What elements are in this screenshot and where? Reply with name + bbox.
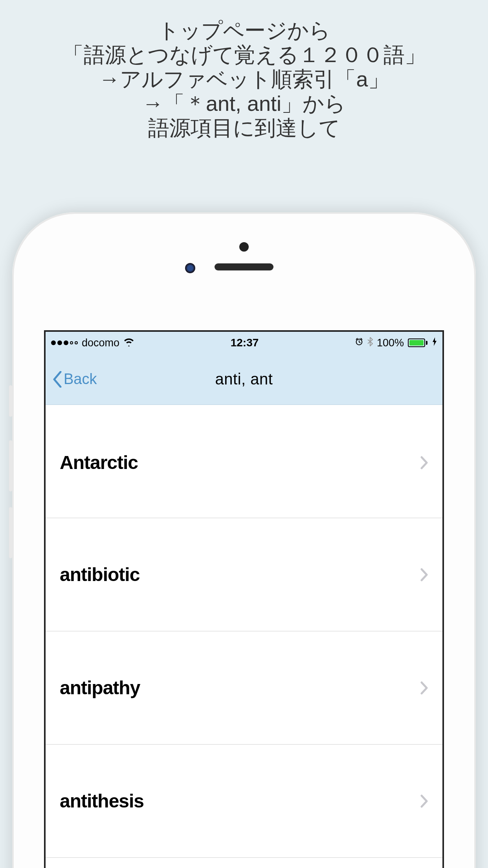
status-right: 100% — [355, 337, 437, 349]
phone-volume-up — [9, 440, 12, 491]
bluetooth-icon — [367, 337, 373, 349]
wifi-icon — [123, 337, 134, 349]
word-label: antithesis — [60, 790, 144, 812]
phone-mute-switch — [9, 385, 12, 417]
battery-percent: 100% — [377, 337, 404, 349]
chevron-right-icon — [420, 568, 428, 581]
back-button[interactable]: Back — [46, 371, 97, 388]
chevron-right-icon — [420, 681, 428, 695]
battery-icon — [408, 338, 427, 347]
phone-frame: docomo 12:37 100% — [12, 212, 476, 868]
alarm-icon — [355, 337, 363, 348]
charging-icon — [432, 337, 437, 348]
clock: 12:37 — [231, 337, 259, 349]
desc-line: 語源項目に到達して — [0, 116, 488, 140]
status-left: docomo — [51, 337, 134, 349]
phone-sensor — [239, 242, 249, 252]
chevron-right-icon — [420, 794, 428, 808]
desc-line: 「語源とつなげて覚える１２００語」 — [0, 42, 488, 67]
list-item[interactable]: antithesis — [46, 745, 442, 858]
signal-strength-icon — [51, 340, 78, 345]
phone-top-bezel — [12, 212, 476, 330]
word-list[interactable]: Antarctic antibiotic antipathy antithesi… — [46, 405, 442, 858]
word-label: antipathy — [60, 677, 140, 699]
phone-screen: docomo 12:37 100% — [44, 330, 444, 868]
chevron-left-icon — [53, 371, 62, 388]
phone-front-camera — [185, 263, 195, 273]
list-item[interactable]: Antarctic — [46, 405, 442, 518]
marketing-description: トップページから 「語源とつなげて覚える１２００語」 →アルファベット順索引「a… — [0, 0, 488, 140]
phone-volume-down — [9, 507, 12, 558]
desc-line: トップページから — [0, 18, 488, 42]
chevron-right-icon — [420, 456, 428, 469]
word-label: Antarctic — [60, 452, 138, 473]
status-bar: docomo 12:37 100% — [46, 332, 442, 354]
phone-earpiece — [215, 263, 273, 270]
back-label: Back — [64, 371, 97, 388]
desc-line: →「＊ant, anti」から — [0, 91, 488, 116]
list-item[interactable]: antipathy — [46, 631, 442, 745]
navigation-bar: Back anti, ant — [46, 354, 442, 405]
word-label: antibiotic — [60, 564, 139, 585]
desc-line: →アルファベット順索引「a」 — [0, 67, 488, 91]
carrier-label: docomo — [82, 337, 119, 349]
page-title: anti, ant — [215, 370, 273, 388]
list-item[interactable]: antibiotic — [46, 518, 442, 631]
